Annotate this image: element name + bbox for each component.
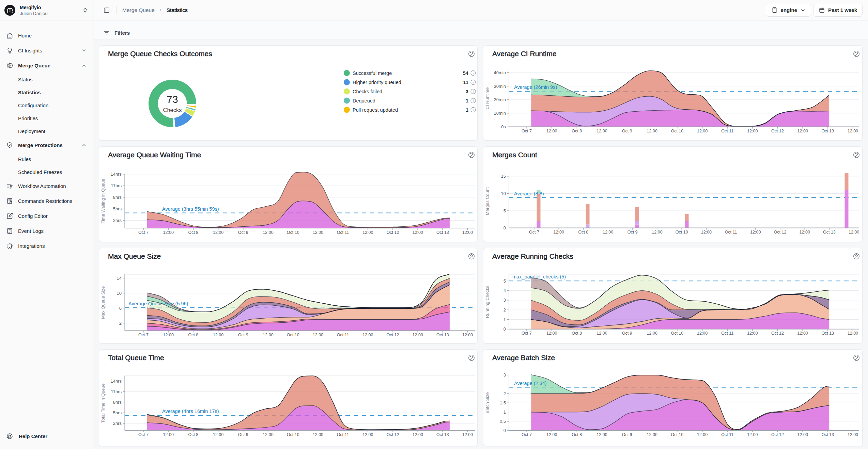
svg-text:n: n <box>10 64 11 67</box>
